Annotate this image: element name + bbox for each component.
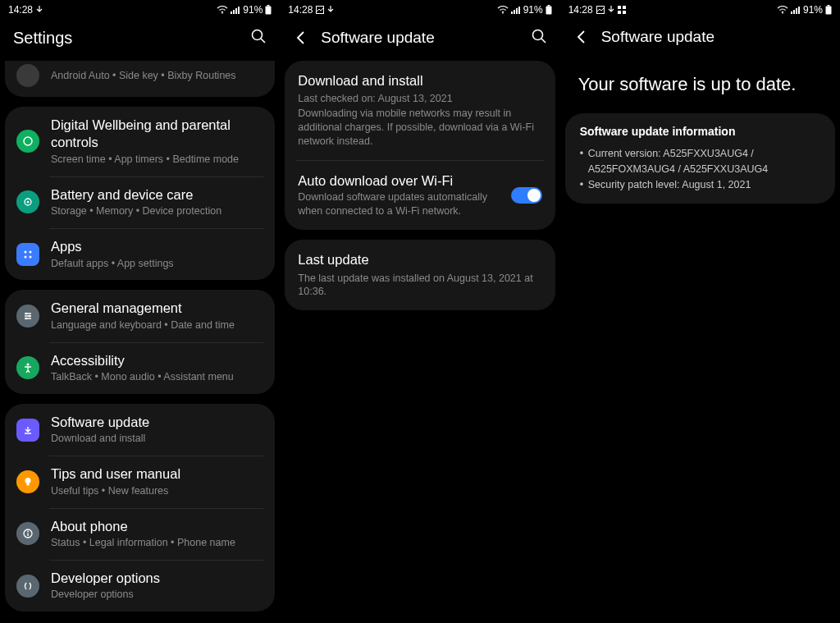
software-update-panel: 14:28 91% Software update <box>280 0 559 623</box>
battery-icon <box>265 5 272 15</box>
signal-icon <box>231 6 240 14</box>
svg-point-0 <box>221 12 223 14</box>
svg-rect-48 <box>827 5 829 7</box>
info-title: Software update information <box>580 125 820 138</box>
svg-rect-42 <box>623 11 626 14</box>
svg-point-20 <box>29 315 31 318</box>
back-button[interactable] <box>573 29 590 45</box>
svg-rect-41 <box>618 11 621 14</box>
page-title: Settings <box>13 29 239 48</box>
settings-item-wellbeing[interactable]: Digital Wellbeing and parental controls … <box>5 107 275 176</box>
settings-item-developer[interactable]: Developer options Developer options <box>5 560 275 612</box>
svg-point-11 <box>27 201 30 204</box>
item-title: Battery and device care <box>51 186 263 204</box>
last-update-item[interactable]: Last update The last update was installe… <box>285 240 555 310</box>
settings-item-apps[interactable]: Apps Default apps • App settings <box>5 228 275 280</box>
item-title: Developer options <box>51 570 263 587</box>
svg-rect-6 <box>266 7 272 15</box>
battery-text: 91% <box>243 4 262 16</box>
battery-icon <box>546 5 552 15</box>
auto-download-toggle[interactable] <box>511 187 542 204</box>
svg-point-43 <box>782 12 783 14</box>
battery-care-icon <box>16 190 39 213</box>
item-sub: Download software updates automatically … <box>298 190 499 218</box>
svg-rect-39 <box>618 6 621 9</box>
update-status-hero: Your software is up to date. <box>560 59 840 113</box>
svg-point-29 <box>502 12 504 14</box>
update-info-card: Software update information Current vers… <box>565 113 835 204</box>
item-sub: Developer options <box>51 588 263 602</box>
search-icon[interactable] <box>531 28 547 48</box>
item-sub: TalkBack • Mono audio • Assistant menu <box>51 370 263 384</box>
svg-point-21 <box>25 318 28 320</box>
advanced-features-icon <box>16 64 39 87</box>
item-title: Accessibility <box>51 352 263 369</box>
svg-rect-33 <box>518 7 520 14</box>
item-title: Download and install <box>298 72 541 89</box>
info-version: Current version: A525FXXU3AUG4 / A525FOX… <box>580 146 820 177</box>
svg-rect-40 <box>623 6 626 9</box>
wellbeing-icon <box>16 130 39 153</box>
svg-line-8 <box>261 39 265 43</box>
status-time: 14:28 <box>288 4 313 16</box>
svg-line-37 <box>541 39 546 43</box>
wifi-icon <box>777 6 788 14</box>
svg-rect-31 <box>514 10 515 14</box>
grid-icon <box>618 6 626 14</box>
settings-item-battery[interactable]: Battery and device care Storage • Memory… <box>5 176 275 228</box>
header: Software update <box>280 20 559 61</box>
item-title: General management <box>51 300 263 317</box>
svg-rect-32 <box>516 8 518 14</box>
item-title: Apps <box>51 238 263 255</box>
battery-text: 91% <box>803 4 823 16</box>
search-icon[interactable] <box>250 28 267 48</box>
item-title: Last update <box>298 251 541 268</box>
wifi-icon <box>217 6 228 14</box>
page-title: Software update <box>601 28 827 46</box>
apps-icon <box>16 243 39 266</box>
svg-rect-47 <box>798 7 800 14</box>
auto-download-item[interactable]: Auto download over Wi-Fi Download softwa… <box>285 161 555 230</box>
update-group-last: Last update The last update was installe… <box>285 240 555 310</box>
item-title: Digital Wellbeing and parental controls <box>51 117 263 152</box>
item-sub: Language and keyboard • Date and time <box>51 318 263 332</box>
svg-point-12 <box>25 250 27 253</box>
back-button[interactable] <box>293 30 309 46</box>
svg-rect-35 <box>546 7 551 15</box>
item-sub: The last update was installed on August … <box>298 272 541 300</box>
download-install-item[interactable]: Download and install Last checked on: Au… <box>285 61 555 160</box>
update-group-main: Download and install Last checked on: Au… <box>285 61 555 230</box>
status-bar: 14:28 91% <box>0 0 280 20</box>
svg-rect-34 <box>547 5 550 7</box>
item-title: Software update <box>51 414 263 431</box>
settings-item-advanced-features[interactable]: Android Auto • Side key • Bixby Routines <box>5 61 275 97</box>
settings-group-d: Software update Download and install Tip… <box>5 404 275 612</box>
item-sub: Storage • Memory • Device protection <box>51 204 263 218</box>
settings-panel: 14:28 91% Settings And <box>0 0 280 623</box>
signal-icon <box>511 6 521 14</box>
status-time: 14:28 <box>568 4 593 16</box>
status-bar: 14:28 91% <box>560 0 840 20</box>
item-sub: Screen time • App timers • Bedtime mode <box>51 153 263 167</box>
svg-point-14 <box>25 255 27 258</box>
settings-item-accessibility[interactable]: Accessibility TalkBack • Mono audio • As… <box>5 342 275 394</box>
settings-item-tips[interactable]: Tips and user manual Useful tips • New f… <box>5 456 275 507</box>
svg-rect-24 <box>27 483 30 486</box>
header: Settings <box>0 20 280 61</box>
settings-group-partial: Android Auto • Side key • Bixby Routines <box>5 61 275 97</box>
info-patch: Security patch level: August 1, 2021 <box>580 177 820 193</box>
settings-item-general[interactable]: General management Language and keyboard… <box>5 290 275 341</box>
settings-item-about[interactable]: About phone Status • Legal information •… <box>5 508 275 560</box>
about-icon <box>16 522 39 545</box>
status-time: 14:28 <box>8 4 33 16</box>
svg-point-13 <box>30 250 32 253</box>
svg-point-15 <box>30 255 32 258</box>
notification-icon <box>36 6 43 14</box>
svg-rect-4 <box>238 7 240 14</box>
svg-rect-30 <box>511 11 513 14</box>
item-sub: Status • Legal information • Phone name <box>51 536 263 550</box>
item-sub: Android Auto • Side key • Bixby Routines <box>51 69 263 83</box>
settings-item-software-update[interactable]: Software update Download and install <box>5 404 275 456</box>
svg-rect-49 <box>825 7 831 15</box>
svg-rect-3 <box>235 8 237 14</box>
